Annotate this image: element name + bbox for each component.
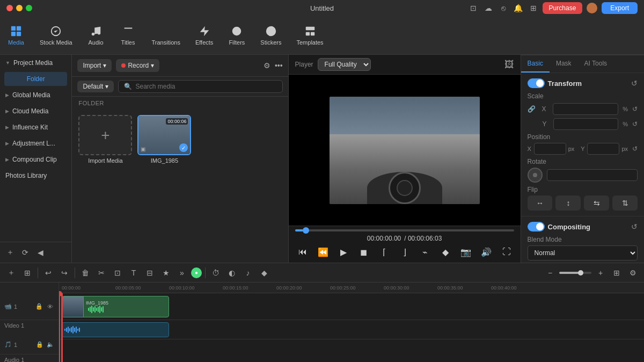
maximize-button[interactable] xyxy=(26,5,32,11)
video-thumb[interactable]: 00:00:06 ▣ ✓ xyxy=(137,115,191,155)
settings-button[interactable]: ⚙ xyxy=(626,266,640,280)
link-icon[interactable]: ⟳ xyxy=(19,247,31,258)
sidebar-item-folder[interactable]: Folder xyxy=(4,72,67,86)
sidebar-item-global-media[interactable]: ▶ Global Media xyxy=(0,87,71,103)
trim-button[interactable]: ⊟ xyxy=(143,266,157,280)
color-button[interactable]: ◐ xyxy=(225,266,239,280)
split-button[interactable]: ⌁ xyxy=(418,244,433,259)
audio-lock-icon[interactable]: 🔒 xyxy=(35,341,44,349)
toolbar-item-audio[interactable]: Audio xyxy=(80,21,112,50)
sidebar-item-compound-clip[interactable]: ▶ Compound Clip xyxy=(0,151,71,168)
apps-icon[interactable]: ⊞ xyxy=(529,3,538,13)
toolbar-item-titles[interactable]: Titles xyxy=(112,21,144,50)
mark-in-button[interactable]: ⌈ xyxy=(377,244,392,259)
record-button[interactable]: Record ▾ xyxy=(116,59,159,72)
record-timeline-button[interactable]: ● xyxy=(191,267,202,278)
scale-y-input[interactable]: 100.00 xyxy=(553,118,619,130)
minimize-button[interactable] xyxy=(16,5,23,11)
scale-x-reset-icon[interactable]: ↺ xyxy=(632,105,638,113)
audio-clip[interactable] xyxy=(62,322,169,337)
default-button[interactable]: Default ▾ xyxy=(77,81,114,92)
blend-mode-select[interactable]: Normal xyxy=(528,245,638,260)
text-button[interactable]: T xyxy=(127,266,141,280)
effect-button[interactable]: ★ xyxy=(159,266,173,280)
sidebar-item-influence-kit[interactable]: ▶ Influence Kit xyxy=(0,119,71,135)
mark-out-button[interactable]: ⌋ xyxy=(397,244,412,259)
skip-back-button[interactable]: ⏮ xyxy=(295,244,310,259)
toolbar-item-transitions[interactable]: Transitions xyxy=(144,21,188,50)
minus-zoom-button[interactable]: − xyxy=(543,266,557,280)
screenshot-button[interactable]: 📷 xyxy=(458,244,473,259)
share-icon[interactable]: ⎋ xyxy=(499,3,508,13)
compositing-toggle[interactable] xyxy=(528,222,545,231)
crop-button[interactable]: ⊡ xyxy=(111,266,125,280)
plus-zoom-button[interactable]: + xyxy=(594,266,608,280)
subtab-basic[interactable]: Basic xyxy=(521,55,550,73)
bell-icon[interactable]: 🔔 xyxy=(514,3,523,13)
speed-button[interactable]: ⏱ xyxy=(209,266,223,280)
stop-button[interactable]: ◼ xyxy=(356,244,371,259)
zoom-slider[interactable] xyxy=(559,272,591,274)
purchase-button[interactable]: Purchase xyxy=(543,2,583,14)
filter-icon[interactable]: ⚙ xyxy=(264,61,270,70)
rotate-dial[interactable] xyxy=(528,168,543,183)
volume-button[interactable]: 🔊 xyxy=(479,244,494,259)
search-input[interactable] xyxy=(135,83,276,90)
rotate-input[interactable]: 0.00° xyxy=(547,169,638,181)
pos-x-input[interactable]: 0.00 xyxy=(534,143,566,155)
subtab-ai-tools[interactable]: AI Tools xyxy=(578,55,613,73)
audio-mute-icon[interactable]: 🔈 xyxy=(46,341,55,349)
user-avatar[interactable] xyxy=(587,3,597,13)
video-clip[interactable]: IMG_1985 xyxy=(62,296,169,317)
layout-button[interactable]: ⊞ xyxy=(610,266,624,280)
photo-icon[interactable]: 🖼 xyxy=(504,59,514,70)
more-icon[interactable]: ••• xyxy=(275,61,283,70)
scale-y-reset-icon[interactable]: ↺ xyxy=(632,120,638,128)
transform-toggle[interactable] xyxy=(528,78,545,88)
add-marker-button[interactable]: ◆ xyxy=(438,244,453,259)
playhead[interactable] xyxy=(59,293,60,362)
timeline-link-button[interactable]: ⊞ xyxy=(20,266,34,280)
export-button[interactable]: Export xyxy=(602,2,638,14)
flip-h-mirror-button[interactable]: ⇆ xyxy=(584,196,609,211)
position-reset-icon[interactable]: ↺ xyxy=(632,145,638,153)
pos-y-input[interactable]: 0.00 xyxy=(587,143,619,155)
more-tools-button[interactable]: » xyxy=(175,266,189,280)
toolbar-item-effects[interactable]: Effects xyxy=(188,21,221,50)
collapse-icon[interactable]: ◀ xyxy=(34,247,46,258)
sidebar-item-cloud-media[interactable]: ▶ Cloud Media xyxy=(0,103,71,119)
fullscreen-button[interactable]: ⛶ xyxy=(499,244,514,259)
undo-button[interactable]: ↩ xyxy=(41,266,55,280)
transform-reset-icon[interactable]: ↺ xyxy=(631,79,638,88)
sidebar-item-project-media[interactable]: ▼ Project Media xyxy=(0,55,71,71)
add-folder-icon[interactable]: ＋ xyxy=(4,247,16,258)
frame-back-button[interactable]: ⏪ xyxy=(316,244,331,259)
toolbar-item-stock-media[interactable]: Stock Media xyxy=(32,21,80,50)
save-icon[interactable]: ⊡ xyxy=(469,3,478,13)
toolbar-item-templates[interactable]: Templates xyxy=(289,21,331,50)
quality-select[interactable]: Full Quality xyxy=(318,58,371,71)
compositing-reset-icon[interactable]: ↺ xyxy=(631,222,638,231)
import-media-thumb[interactable]: + xyxy=(78,115,132,155)
toolbar-item-media[interactable]: Media xyxy=(0,21,32,50)
toolbar-item-filters[interactable]: Filters xyxy=(221,21,253,50)
play-button[interactable]: ▶ xyxy=(336,244,351,259)
lock-icon[interactable]: 🔒 xyxy=(35,302,43,311)
scale-x-input[interactable]: 100.00 xyxy=(553,103,619,115)
timeline-add-button[interactable]: ＋ xyxy=(4,266,18,280)
audio-button[interactable]: ♪ xyxy=(241,266,255,280)
import-button[interactable]: Import ▾ xyxy=(77,59,112,72)
sidebar-item-adjustment[interactable]: ▶ Adjustment L... xyxy=(0,135,71,151)
subtab-mask[interactable]: Mask xyxy=(550,55,578,73)
eye-icon[interactable]: 👁 xyxy=(46,302,54,311)
toolbar-item-stickers[interactable]: Stickers xyxy=(253,21,289,50)
flip-v-mirror-button[interactable]: ⇅ xyxy=(612,196,638,211)
flip-horizontal-button[interactable]: ↔ xyxy=(528,196,553,211)
cloud-save-icon[interactable]: ☁ xyxy=(484,3,493,13)
delete-button[interactable]: 🗑 xyxy=(78,266,92,280)
flip-vertical-button[interactable]: ↕ xyxy=(555,196,581,211)
keyframe-button[interactable]: ◆ xyxy=(257,266,271,280)
cut-button[interactable]: ✂ xyxy=(94,266,108,280)
preview-timeline[interactable] xyxy=(295,229,514,231)
sidebar-item-photos-library[interactable]: Photos Library xyxy=(0,168,71,184)
